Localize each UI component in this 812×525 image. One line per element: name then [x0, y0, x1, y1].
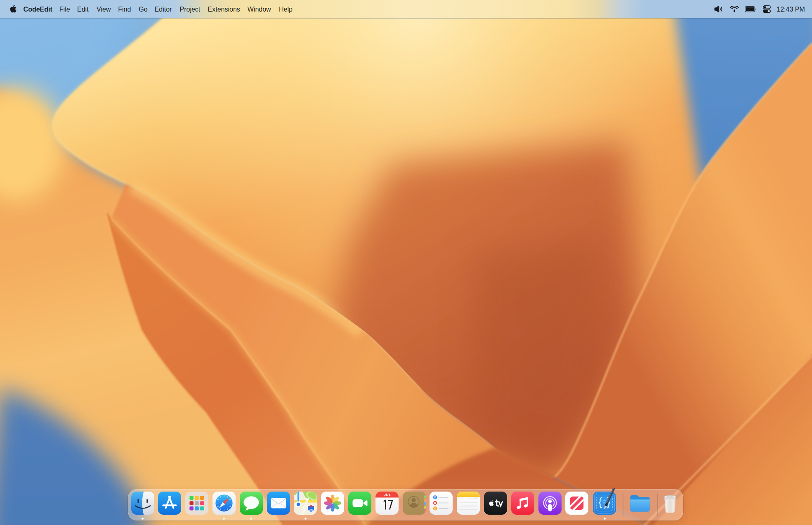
svg-text:280: 280: [309, 508, 314, 511]
